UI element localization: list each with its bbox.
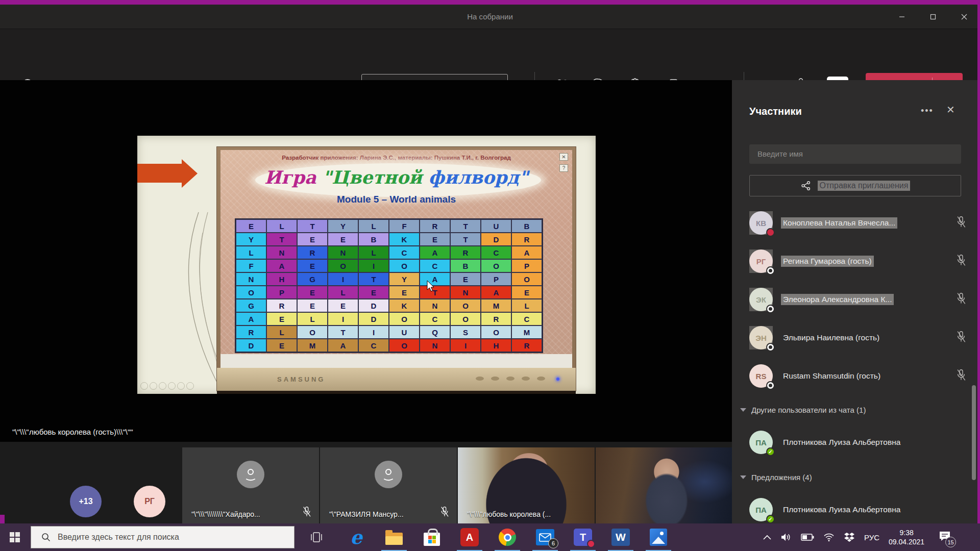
grid-cell[interactable]: R — [297, 246, 328, 259]
taskbar-store-button[interactable] — [422, 527, 442, 548]
grid-cell[interactable]: R — [511, 339, 542, 352]
tray-clock[interactable]: 9:38 09.04.2021 — [889, 528, 924, 546]
taskbar-teams-button[interactable]: T — [573, 527, 593, 548]
grid-cell[interactable]: T — [358, 272, 389, 286]
taskbar-search-input[interactable]: Введите здесь текст для поиска — [31, 526, 295, 548]
participant-row[interactable]: ПА ✓ Плотникова Луиза Альбертовна — [744, 493, 969, 526]
video-tile-ramzilya[interactable]: "\"РАМЗИЛЯ Мансур... — [320, 447, 457, 523]
grid-cell[interactable]: R — [511, 233, 542, 246]
grid-cell[interactable]: L — [266, 219, 297, 233]
grid-cell[interactable]: L — [236, 246, 266, 259]
participant-search-input[interactable]: Введите имя — [749, 144, 961, 164]
grid-cell[interactable]: O — [236, 286, 266, 299]
video-tile-lyubov[interactable]: "\"\\\"любовь королева (... — [458, 447, 595, 523]
grid-cell[interactable]: L — [358, 219, 389, 233]
grid-cell[interactable]: E — [328, 299, 358, 312]
participant-row[interactable]: ЭНЭльвира Наилевна (гость) — [744, 321, 969, 354]
grid-cell[interactable]: E — [420, 233, 450, 246]
grid-cell[interactable]: C — [420, 312, 450, 325]
grid-cell[interactable]: O — [389, 339, 420, 352]
grid-cell[interactable]: B — [511, 219, 542, 233]
grid-cell[interactable]: I — [450, 339, 481, 352]
grid-cell[interactable]: Y — [328, 219, 358, 233]
grid-cell[interactable]: N — [450, 286, 481, 299]
grid-cell[interactable]: E — [297, 259, 328, 272]
grid-cell[interactable]: N — [420, 299, 450, 312]
grid-cell[interactable]: P — [511, 259, 542, 272]
mic-muted-icon[interactable] — [955, 369, 967, 383]
grid-cell[interactable]: R — [420, 219, 450, 233]
grid-cell[interactable]: C — [358, 339, 389, 352]
taskbar-edge-button[interactable]: e — [346, 527, 366, 548]
grid-cell[interactable]: E — [297, 286, 328, 299]
grid-cell[interactable]: R — [450, 246, 481, 259]
grid-cell[interactable]: E — [266, 312, 297, 325]
section-other-users[interactable]: Другие пользователи из чата (1) — [740, 406, 866, 414]
grid-cell[interactable]: U — [389, 325, 420, 339]
filword-letter-grid[interactable]: ELTYLFRTUBYTEEBKETDRLNRNLCARCAFAEOIOCBOP… — [235, 218, 543, 353]
slide-help-box[interactable]: ? — [559, 164, 568, 172]
grid-cell[interactable]: L — [511, 299, 542, 312]
taskbar-photos-button[interactable] — [648, 527, 669, 548]
grid-cell[interactable]: N — [420, 339, 450, 352]
grid-cell[interactable]: L — [358, 246, 389, 259]
grid-cell[interactable]: A — [511, 246, 542, 259]
grid-cell[interactable]: O — [511, 272, 542, 286]
tray-chevron-up-icon[interactable] — [763, 535, 771, 540]
taskbar-mail-button[interactable]: 6 — [535, 527, 555, 548]
grid-cell[interactable]: H — [481, 339, 511, 352]
grid-cell[interactable]: N — [236, 272, 266, 286]
grid-cell[interactable]: E — [511, 286, 542, 299]
grid-cell[interactable]: Y — [389, 272, 420, 286]
close-button[interactable] — [952, 5, 976, 29]
grid-cell[interactable]: O — [297, 325, 328, 339]
grid-cell[interactable]: R — [236, 325, 266, 339]
grid-cell[interactable]: A — [481, 286, 511, 299]
grid-cell[interactable]: R — [266, 299, 297, 312]
task-view-button[interactable] — [306, 529, 327, 546]
mic-muted-icon[interactable] — [955, 254, 967, 268]
panel-close-button[interactable]: ✕ — [946, 104, 955, 116]
participant-bubble-rg[interactable]: РГ — [134, 486, 165, 517]
grid-cell[interactable]: Y — [236, 233, 266, 246]
grid-cell[interactable]: D — [236, 339, 266, 352]
mic-muted-icon[interactable] — [955, 292, 967, 307]
slide-close-box[interactable]: ✕ — [559, 153, 568, 161]
participant-row[interactable]: ЭКЭлеонора Александровна К... — [744, 283, 969, 316]
grid-cell[interactable]: B — [450, 259, 481, 272]
taskbar-explorer-button[interactable] — [384, 527, 404, 548]
volume-icon[interactable] — [780, 533, 792, 542]
grid-cell[interactable]: P — [266, 286, 297, 299]
grid-cell[interactable]: T — [328, 325, 358, 339]
grid-cell[interactable]: O — [450, 312, 481, 325]
grid-cell[interactable]: C — [511, 312, 542, 325]
grid-cell[interactable]: L — [328, 286, 358, 299]
grid-cell[interactable]: E — [358, 286, 389, 299]
grid-cell[interactable]: L — [297, 312, 328, 325]
maximize-button[interactable] — [921, 5, 945, 29]
video-tile-participant[interactable] — [596, 447, 732, 523]
taskbar-chrome-button[interactable] — [497, 527, 518, 548]
grid-cell[interactable]: F — [389, 219, 420, 233]
grid-cell[interactable]: A — [266, 259, 297, 272]
mic-muted-icon[interactable] — [955, 331, 967, 345]
grid-cell[interactable]: A — [420, 246, 450, 259]
section-suggestions[interactable]: Предложения (4) — [740, 473, 812, 482]
grid-cell[interactable]: T — [266, 233, 297, 246]
grid-cell[interactable]: E — [328, 233, 358, 246]
grid-cell[interactable]: B — [358, 233, 389, 246]
dropbox-icon[interactable] — [844, 532, 855, 542]
grid-cell[interactable]: N — [266, 246, 297, 259]
grid-cell[interactable]: S — [450, 325, 481, 339]
notification-center-button[interactable]: 15 — [939, 531, 951, 544]
minimize-button[interactable] — [890, 5, 914, 29]
grid-cell[interactable]: G — [236, 299, 266, 312]
video-tile-khaidaro[interactable]: "\"\\\"\\\\\\\\"Хайдаро... — [182, 447, 319, 523]
grid-cell[interactable]: M — [297, 339, 328, 352]
grid-cell[interactable]: O — [450, 299, 481, 312]
grid-cell[interactable]: C — [481, 246, 511, 259]
grid-cell[interactable]: D — [358, 312, 389, 325]
wifi-icon[interactable] — [823, 533, 835, 542]
grid-cell[interactable]: U — [481, 219, 511, 233]
mic-muted-icon[interactable] — [955, 216, 967, 230]
